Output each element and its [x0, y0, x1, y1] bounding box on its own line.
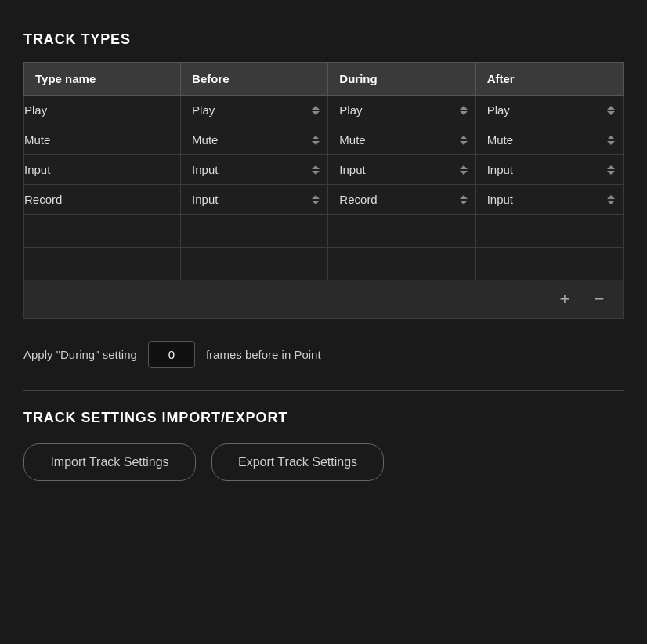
after-cell-1[interactable]: PlayMuteInputRecord [475, 125, 623, 155]
col-header-before: Before [181, 63, 328, 96]
after-select-3[interactable]: PlayMuteInputRecord [476, 185, 623, 214]
before-select-2[interactable]: PlayMuteInputRecord [181, 155, 327, 184]
during-select-0[interactable]: PlayMuteInputRecord [328, 96, 475, 125]
during-cell-3[interactable]: PlayMuteInputRecord [328, 185, 475, 215]
type-name-cell-0: Play [24, 96, 181, 125]
during-cell-2[interactable]: PlayMuteInputRecord [328, 155, 475, 185]
frames-input[interactable] [148, 341, 195, 368]
during-select-2[interactable]: PlayMuteInputRecord [328, 155, 475, 184]
table-row: MutePlayMuteInputRecordPlayMuteInputReco… [24, 125, 624, 155]
before-cell-0[interactable]: PlayMuteInputRecord [181, 96, 328, 125]
import-export-row: Import Track Settings Export Track Setti… [23, 443, 624, 481]
col-header-type-name: Type name [24, 63, 181, 96]
apply-setting-row: Apply "During" setting frames before in … [23, 341, 624, 368]
remove-row-button[interactable]: − [588, 288, 610, 310]
table-row-empty-2 [24, 248, 624, 280]
add-row-button[interactable]: + [554, 288, 576, 310]
before-select-1[interactable]: PlayMuteInputRecord [181, 125, 327, 154]
apply-setting-label-after: frames before in Point [206, 348, 321, 361]
export-button[interactable]: Export Track Settings [211, 443, 384, 481]
after-cell-2[interactable]: PlayMuteInputRecord [475, 155, 623, 185]
during-select-3[interactable]: PlayMuteInputRecord [328, 185, 475, 214]
before-cell-1[interactable]: PlayMuteInputRecord [181, 125, 328, 155]
col-header-after: After [475, 63, 623, 96]
track-types-table: Type name Before During After PlayPlayMu… [23, 62, 624, 280]
track-settings-title: TRACK SETTINGS IMPORT/EXPORT [23, 410, 624, 426]
table-footer: + − [23, 280, 624, 319]
track-types-title: TRACK TYPES [23, 31, 624, 48]
table-row: RecordPlayMuteInputRecordPlayMuteInputRe… [24, 185, 624, 215]
type-name-cell-2: Input [24, 155, 181, 185]
during-cell-0[interactable]: PlayMuteInputRecord [328, 96, 475, 125]
type-name-cell-3: Record [24, 185, 181, 215]
after-cell-0[interactable]: PlayMuteInputRecord [475, 96, 623, 125]
col-header-during: During [328, 63, 475, 96]
table-row: InputPlayMuteInputRecordPlayMuteInputRec… [24, 155, 624, 185]
during-select-1[interactable]: PlayMuteInputRecord [328, 125, 475, 154]
import-button[interactable]: Import Track Settings [23, 443, 196, 481]
during-cell-1[interactable]: PlayMuteInputRecord [328, 125, 475, 155]
section-divider [23, 390, 624, 391]
after-select-0[interactable]: PlayMuteInputRecord [476, 96, 623, 125]
type-name-cell-1: Mute [24, 125, 181, 155]
apply-setting-label-before: Apply "During" setting [23, 348, 137, 361]
after-select-1[interactable]: PlayMuteInputRecord [476, 125, 623, 154]
before-cell-3[interactable]: PlayMuteInputRecord [181, 185, 328, 215]
before-select-3[interactable]: PlayMuteInputRecord [181, 185, 327, 214]
table-row-empty-1 [24, 215, 624, 248]
before-select-0[interactable]: PlayMuteInputRecord [181, 96, 327, 125]
before-cell-2[interactable]: PlayMuteInputRecord [181, 155, 328, 185]
after-select-2[interactable]: PlayMuteInputRecord [476, 155, 623, 184]
after-cell-3[interactable]: PlayMuteInputRecord [475, 185, 623, 215]
table-row: PlayPlayMuteInputRecordPlayMuteInputReco… [24, 96, 624, 125]
